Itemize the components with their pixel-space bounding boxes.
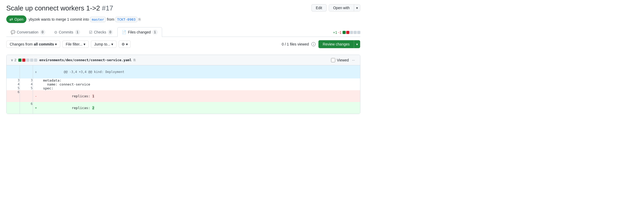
review-changes-arrow[interactable]: ▾ <box>354 40 360 48</box>
tab-commits-badge: 1 <box>75 30 80 35</box>
file-bar-gray-1 <box>26 59 29 62</box>
new-line-num: 5 <box>20 86 33 90</box>
file-filter-chevron-icon: ▾ <box>84 42 85 46</box>
pr-tabs: 💬 Conversation 0 ⊙ Commits 1 ☑ Checks 0 … <box>6 27 360 37</box>
file-diff-bar <box>18 59 37 62</box>
files-changed-icon: 📄 <box>122 30 126 34</box>
settings-dropdown[interactable]: ⚙ ▾ <box>119 41 131 48</box>
new-line-num: 4 <box>20 82 33 86</box>
tab-files-changed[interactable]: 📄 Files changed 1 <box>117 27 162 37</box>
files-viewed-info-icon[interactable]: i <box>311 42 316 46</box>
diff-table: ↕ @@ -3,4 +3,4 @@ kind: Deployment 3 3 m… <box>7 65 360 114</box>
pr-title-text: Scale up connect workers 1->2 <box>6 4 100 12</box>
file-bar-gray-2 <box>30 59 33 62</box>
diff-hunk-header: ↕ @@ -3,4 +3,4 @@ kind: Deployment <box>7 65 360 78</box>
diff-bar-green-1 <box>343 31 346 34</box>
edit-button[interactable]: Edit <box>311 4 327 12</box>
base-branch-link[interactable]: master <box>90 17 106 22</box>
file-path: environments/dev/connect/connect-service… <box>39 58 131 62</box>
commits-icon: ⊙ <box>54 30 57 34</box>
file-bar-green <box>18 59 21 62</box>
pr-open-icon: ⇄ <box>9 17 13 22</box>
tab-checks[interactable]: ☑ Checks 0 <box>85 27 118 37</box>
tab-checks-label: Checks <box>94 30 106 34</box>
conversation-icon: 💬 <box>11 30 15 34</box>
copy-file-path-icon[interactable]: ⎘ <box>134 58 136 62</box>
tab-commits-label: Commits <box>59 30 73 34</box>
old-line-num: 3 <box>7 78 20 82</box>
toolbar-left: Changes from all commits ▾ File filter..… <box>6 41 131 48</box>
highlight-add: 2 <box>92 106 94 110</box>
jump-to-dropdown[interactable]: Jump to... ▾ <box>91 41 117 48</box>
line-code: name: connect-service <box>39 82 360 86</box>
checks-icon: ☑ <box>89 30 92 34</box>
new-line-num: 3 <box>20 78 33 82</box>
diff-stat-summary: +1 -1 <box>333 28 360 37</box>
review-changes-button[interactable]: Review changes <box>318 40 354 48</box>
old-line-num: 5 <box>7 86 20 90</box>
table-row: 6 - replicas: 1 <box>7 90 360 102</box>
diff-bar-gray-2 <box>354 31 357 34</box>
line-code: replicas: 1 <box>39 90 360 102</box>
tab-conversation-badge: 0 <box>40 30 45 35</box>
viewed-checkbox-label[interactable]: Viewed <box>331 58 349 62</box>
diff-file-header: ∨ 2 environments/dev/connect/connect-ser… <box>7 55 360 65</box>
table-row: 5 5 spec: <box>7 86 360 90</box>
tabs-list: 💬 Conversation 0 ⊙ Commits 1 ☑ Checks 0 … <box>6 27 162 37</box>
header-actions: Edit Open with ▾ <box>311 4 360 12</box>
file-filter-dropdown[interactable]: File filter... ▾ <box>62 41 89 48</box>
open-with-arrow[interactable]: ▾ <box>354 4 360 11</box>
diff-deletions: -1 <box>338 30 342 35</box>
diff-file-header-right: Viewed ··· <box>331 57 356 63</box>
new-line-num <box>20 90 33 102</box>
hunk-new-num <box>20 65 33 78</box>
file-more-options-button[interactable]: ··· <box>351 57 356 63</box>
changes-from-dropdown[interactable]: Changes from all commits ▾ <box>6 41 60 48</box>
table-row: 3 3 metadata: <box>7 78 360 82</box>
line-sign: - <box>33 90 39 102</box>
hunk-header-text: @@ -3,4 +3,4 @@ kind: Deployment <box>39 65 360 78</box>
file-bar-red <box>22 59 25 62</box>
files-toolbar: Changes from all commits ▾ File filter..… <box>6 37 360 52</box>
toolbar-right: 0 / 1 files viewed i Review changes ▾ <box>282 40 360 48</box>
tab-files-changed-label: Files changed <box>128 30 151 34</box>
file-change-count: 2 <box>14 58 16 62</box>
line-sign <box>33 86 39 90</box>
status-text: Open <box>14 17 23 21</box>
hunk-expand-icon[interactable]: ↕ <box>33 65 39 78</box>
pr-meta: ⇄ Open ybyzek wants to merge 1 commit in… <box>6 15 360 23</box>
head-branch-link[interactable]: TCKT-0903 <box>115 17 137 22</box>
all-commits-label: all commits <box>34 42 54 46</box>
old-line-num <box>7 102 20 114</box>
tab-commits[interactable]: ⊙ Commits 1 <box>50 27 85 37</box>
old-line-num: 4 <box>7 82 20 86</box>
changes-from-chevron-icon: ▾ <box>55 42 57 46</box>
old-line-num: 6 <box>7 90 20 102</box>
diff-file-block: ∨ 2 environments/dev/connect/connect-ser… <box>6 55 360 114</box>
hunk-old-num <box>7 65 20 78</box>
jump-to-chevron-icon: ▾ <box>111 42 113 46</box>
diff-file-header-left: ∨ 2 environments/dev/connect/connect-ser… <box>11 58 136 62</box>
line-code: replicas: 2 <box>39 102 360 114</box>
collapse-file-button[interactable]: ∨ 2 <box>11 58 16 62</box>
status-badge: ⇄ Open <box>6 15 26 23</box>
viewed-checkbox-input[interactable] <box>331 58 335 62</box>
open-with-main[interactable]: Open with <box>329 4 354 11</box>
diff-bar <box>343 31 360 34</box>
file-bar-gray-3 <box>34 59 37 62</box>
pr-meta-description: ybyzek wants to merge 1 commit into mast… <box>29 17 140 21</box>
tab-conversation[interactable]: 💬 Conversation 0 <box>6 27 50 37</box>
line-sign: + <box>33 102 39 114</box>
files-viewed-count: 0 / 1 files viewed <box>282 42 309 46</box>
diff-bar-gray-3 <box>357 31 360 34</box>
table-row: 6 + replicas: 2 <box>7 102 360 114</box>
diff-bar-red-1 <box>346 31 349 34</box>
tab-files-changed-badge: 1 <box>152 30 158 35</box>
copy-branch-icon[interactable]: ⎘ <box>139 17 141 21</box>
pr-number: #17 <box>102 4 113 12</box>
gear-icon: ⚙ <box>122 42 125 46</box>
collapse-icon: ∨ <box>11 58 13 62</box>
settings-chevron-icon: ▾ <box>126 42 128 46</box>
line-code: spec: <box>39 86 360 90</box>
viewed-label: Viewed <box>337 58 349 62</box>
